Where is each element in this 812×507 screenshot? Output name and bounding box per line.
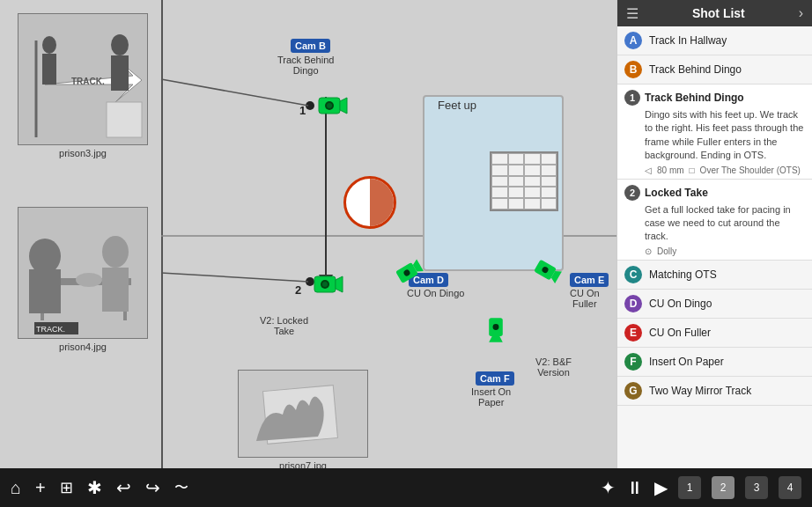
star-icon[interactable]: ✱	[87, 477, 102, 498]
chevron-right-icon[interactable]: ›	[799, 5, 803, 21]
cam-b-sub: Track BehindDingo	[277, 55, 334, 76]
v2-bf-label: V2: B&FVersion	[535, 356, 572, 378]
toolbar-right: ✦ ⏸ ▶ 1 2 3 4	[601, 476, 801, 499]
storyboard-image-1[interactable]: TRACK.	[18, 13, 148, 145]
storyboard-panel: TRACK. prison3.jpg	[0, 0, 616, 468]
shot-row-c[interactable]: C Matching OTS	[617, 261, 812, 290]
grid-cell	[524, 153, 541, 165]
table-grid	[490, 151, 558, 211]
shot-name-d: CU On Dingo	[649, 298, 712, 310]
pause-icon[interactable]: ⏸	[626, 478, 644, 498]
detail-meta-1: ◁ 80 mm □ Over The Shoulder (OTS)	[645, 165, 805, 175]
cam-e-text: Cam E	[574, 275, 604, 285]
grid-cell	[541, 176, 557, 187]
cam-d-sub: CU On Dingo	[407, 288, 464, 298]
svg-point-36	[322, 282, 328, 287]
svg-rect-14	[107, 102, 142, 137]
svg-point-12	[42, 36, 56, 54]
page-3-button[interactable]: 3	[745, 476, 768, 499]
svg-line-4	[161, 273, 308, 282]
cam-f-label: Cam F	[476, 371, 514, 386]
svg-marker-44	[489, 336, 503, 342]
camera-icon-meta: □	[690, 165, 695, 175]
shot-letter-g: G	[624, 382, 642, 400]
shot-letter-c: C	[624, 266, 642, 283]
svg-rect-21	[29, 269, 61, 313]
storyboard-label-2: prison4.jpg	[18, 342, 148, 352]
detail-lens: 80 mm	[657, 165, 684, 175]
add-icon[interactable]: +	[35, 478, 46, 498]
grid-cell	[491, 153, 508, 165]
grid-cell	[541, 165, 557, 176]
shot-row-e[interactable]: E CU On Fuller	[617, 319, 812, 348]
storyboard-label-3: prison7.jpg	[238, 460, 368, 468]
grid-cell	[508, 198, 525, 209]
home-icon[interactable]: ⌂	[11, 478, 21, 498]
detail-num-1: 1	[624, 90, 640, 106]
shot-letter-b: B	[624, 61, 642, 78]
detail-meta-2: ⊙ Dolly	[645, 246, 805, 256]
detail-dolly: Dolly	[657, 246, 676, 256]
svg-text:TRACK.: TRACK.	[36, 325, 65, 334]
shot-name-e: CU On Fuller	[649, 327, 711, 339]
shot-row-d[interactable]: D CU On Dingo	[617, 290, 812, 319]
person-circle	[343, 176, 396, 229]
detail-row-2: 2 Locked Take Get a full locked take for…	[617, 180, 812, 261]
storyboard-image-2[interactable]: TRACK.	[18, 207, 148, 339]
detail-desc-1: Dingo sits with his feet up. We track to…	[645, 108, 805, 163]
storyboard-image-3[interactable]	[238, 370, 368, 458]
shot-row-b[interactable]: B Track Behind Dingo	[617, 55, 812, 84]
svg-point-32	[327, 103, 332, 108]
svg-marker-30	[340, 98, 347, 114]
grid-cell	[541, 187, 557, 198]
grid-cell	[524, 165, 541, 176]
play-icon[interactable]: ▶	[654, 477, 668, 498]
shot-letter-d: D	[624, 295, 642, 312]
undo-icon[interactable]: ↩	[116, 477, 131, 498]
puzzle-icon[interactable]: ✦	[601, 477, 616, 498]
shot-list-body[interactable]: A Track In Hallway B Track Behind Dingo …	[617, 26, 812, 468]
shot-number-1: 1	[299, 104, 306, 117]
layers-icon[interactable]: ⊞	[60, 478, 73, 497]
camera-icon-2	[313, 271, 344, 301]
detail-num-2: 2	[624, 185, 640, 201]
cam-e-sub: CU OnFuller	[570, 288, 600, 309]
svg-point-1	[306, 101, 314, 110]
grid-cell	[524, 176, 541, 187]
grid-cell	[491, 165, 508, 176]
shot-list-panel: ☰ Shot List › A Track In Hallway B Track…	[616, 0, 812, 468]
page-1-button[interactable]: 1	[678, 476, 701, 499]
menu-icon[interactable]: ☰	[626, 5, 639, 22]
shot-row-g[interactable]: G Two Way Mirror Track	[617, 377, 812, 406]
shot-row-a[interactable]: A Track In Hallway	[617, 26, 812, 55]
shot-number-2: 2	[295, 283, 301, 297]
detail-title-1: Track Behind Dingo	[645, 92, 744, 104]
shot-row-f[interactable]: F Insert On Paper	[617, 348, 812, 377]
svg-rect-13	[42, 54, 56, 84]
v2-locked-take-label: V2: LockedTake	[260, 315, 308, 336]
page-2-button[interactable]: 2	[712, 476, 734, 499]
grid-cell	[541, 153, 557, 165]
detail-title-2: Locked Take	[645, 187, 708, 199]
storyboard-drawing-2: TRACK.	[18, 208, 148, 339]
page-4-button[interactable]: 4	[779, 476, 801, 499]
redo-icon[interactable]: ↪	[145, 477, 160, 498]
gesture-icon[interactable]: 〜	[174, 479, 188, 497]
grid-cell	[491, 198, 508, 209]
svg-point-45	[493, 324, 499, 330]
feet-up-label: Feet up	[438, 99, 476, 112]
grid-cell	[508, 187, 525, 198]
cam-f-sub: Insert OnPaper	[471, 386, 511, 408]
shot-letter-f: F	[624, 353, 642, 371]
shot-letter-a: A	[624, 32, 642, 49]
svg-point-20	[29, 239, 61, 274]
svg-line-3	[161, 79, 308, 106]
person-circle-half	[370, 179, 394, 226]
main-area: TRACK. prison3.jpg	[0, 0, 812, 468]
storyboard-drawing-1: TRACK.	[18, 14, 148, 145]
camera-icon-5	[481, 316, 507, 344]
timeline-line	[161, 0, 163, 468]
cam-e-label: Cam E	[570, 273, 609, 287]
grid-cell	[524, 187, 541, 198]
cam-f-text: Cam F	[480, 373, 510, 384]
